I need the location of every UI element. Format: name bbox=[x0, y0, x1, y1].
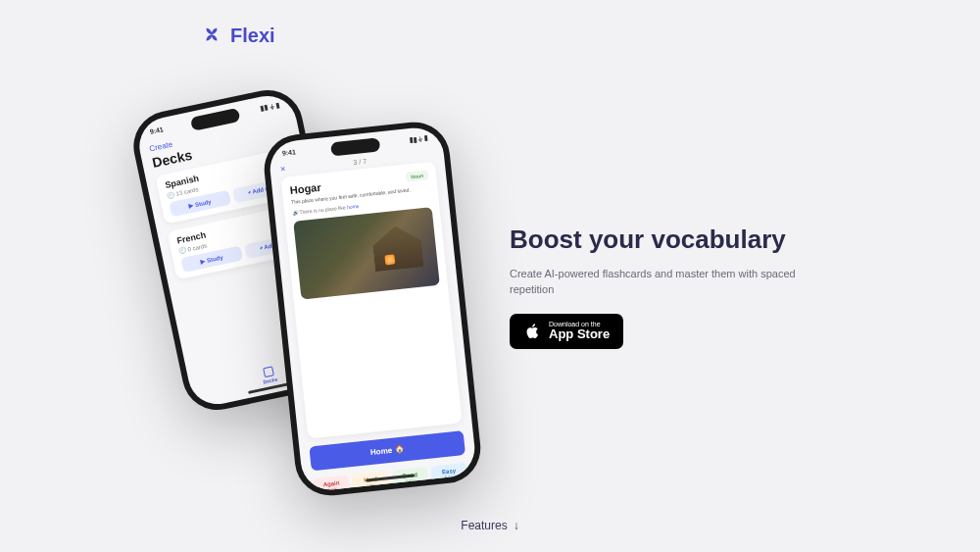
card-image bbox=[293, 207, 440, 299]
rating-easy-button[interactable]: Easy 5 day bbox=[430, 463, 468, 485]
flashcard: Noun Hogar This place where you feel saf… bbox=[280, 162, 462, 439]
hero-phones: 9:41 ▮▮ ⏚ ▮ Create Decks Spanish 🕘 13 ca… bbox=[157, 88, 490, 480]
study-progress: 3 / 7 bbox=[353, 157, 367, 165]
rating-hard-button[interactable]: Hard 1 day bbox=[352, 471, 390, 492]
status-time: 9:41 bbox=[282, 148, 297, 157]
site-header: Flexi bbox=[201, 25, 275, 47]
arrow-down-icon: ↓ bbox=[514, 519, 519, 532]
features-link[interactable]: Features ↓ bbox=[461, 519, 518, 532]
hero-subtitle: Create AI-powered flashcards and master … bbox=[510, 266, 823, 298]
brand-name: Flexi bbox=[230, 25, 275, 47]
rating-again-button[interactable]: Again <1 min bbox=[313, 475, 351, 492]
appstore-big-text: App Store bbox=[549, 327, 610, 341]
clock-icon: 🕘 bbox=[178, 246, 186, 254]
tab-decks[interactable]: Decks bbox=[261, 366, 278, 385]
apple-icon bbox=[523, 322, 541, 341]
appstore-button[interactable]: Download on the App Store bbox=[510, 314, 623, 349]
hero-title: Boost your vocabulary bbox=[510, 226, 823, 254]
close-icon[interactable]: ✕ bbox=[279, 165, 286, 174]
hero-text: Boost your vocabulary Create AI-powered … bbox=[510, 226, 823, 349]
clock-icon: 🕘 bbox=[167, 190, 174, 198]
phone-mockup-study: 9:41 ▮▮ ⏚ ▮ ✕ 3 / 7 Noun Hogar This plac… bbox=[261, 119, 484, 499]
flexi-logo-icon bbox=[201, 25, 222, 47]
